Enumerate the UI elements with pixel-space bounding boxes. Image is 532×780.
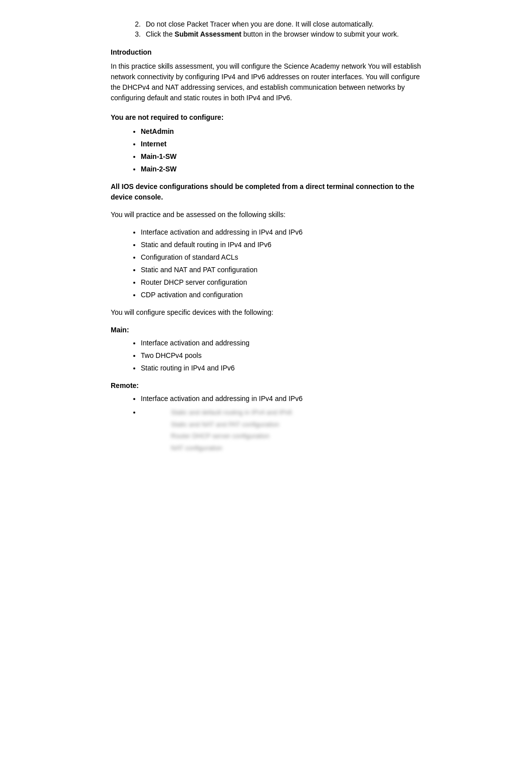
main-item-2: Two DHCPv4 pools <box>141 350 431 361</box>
skill-4: Static and NAT and PAT configuration <box>141 265 431 275</box>
remote-list: Interface activation and addressing in I… <box>111 394 431 453</box>
page-container: 2. Do not close Packet Tracer when you a… <box>71 0 461 490</box>
submit-bold: Submit Assessment <box>175 30 241 38</box>
not-required-item-main1sw: Main-1-SW <box>141 151 431 162</box>
blurred-line-1: Static and default routing in IPv4 and I… <box>171 408 431 418</box>
list-num-2: 2. <box>131 20 141 28</box>
skill-1: Interface activation and addressing in I… <box>141 227 431 238</box>
introduction-paragraph: In this practice skills assessment, you … <box>111 61 431 103</box>
not-required-heading: You are not required to configure: <box>111 113 431 121</box>
list-text-3: Click the Submit Assessment button in th… <box>146 30 399 38</box>
not-required-item-main2sw: Main-2-SW <box>141 164 431 174</box>
main-heading: Main: <box>111 326 431 334</box>
skill-3: Configuration of standard ACLs <box>141 252 431 263</box>
list-item-3: 3. Click the Submit Assessment button in… <box>131 30 431 38</box>
skill-6: CDP activation and configuration <box>141 290 431 300</box>
blurred-content-block: Static and default routing in IPv4 and I… <box>171 408 431 453</box>
configure-intro: You will configure specific devices with… <box>111 307 431 318</box>
skill-5: Router DHCP server configuration <box>141 277 431 288</box>
not-required-item-netadmin: NetAdmin <box>141 126 431 137</box>
skills-intro: You will practice and be assessed on the… <box>111 210 431 220</box>
blurred-line-4: NAT configuration <box>171 443 431 453</box>
skill-2: Static and default routing in IPv4 and I… <box>141 240 431 250</box>
main-list: Interface activation and addressing Two … <box>111 338 431 373</box>
main-item-1: Interface activation and addressing <box>141 338 431 348</box>
main-item-3: Static routing in IPv4 and IPv6 <box>141 363 431 373</box>
list-num-3: 3. <box>131 30 141 38</box>
not-required-list: NetAdmin Internet Main-1-SW Main-2-SW <box>111 126 431 174</box>
list-item-2: 2. Do not close Packet Tracer when you a… <box>131 20 431 28</box>
ios-warning: All IOS device configurations should be … <box>111 181 431 203</box>
remote-item-blurred: Static and default routing in IPv4 and I… <box>141 407 431 453</box>
list-text-2: Do not close Packet Tracer when you are … <box>146 20 374 28</box>
remote-item-1: Interface activation and addressing in I… <box>141 394 431 404</box>
remote-heading: Remote: <box>111 381 431 389</box>
not-required-item-internet: Internet <box>141 139 431 149</box>
blurred-line-3: Router DHCP server configuration <box>171 431 431 441</box>
numbered-list: 2. Do not close Packet Tracer when you a… <box>111 20 431 38</box>
blurred-line-2: Static and NAT and PAT configuration <box>171 420 431 430</box>
skills-list: Interface activation and addressing in I… <box>111 227 431 300</box>
introduction-heading: Introduction <box>111 48 431 56</box>
